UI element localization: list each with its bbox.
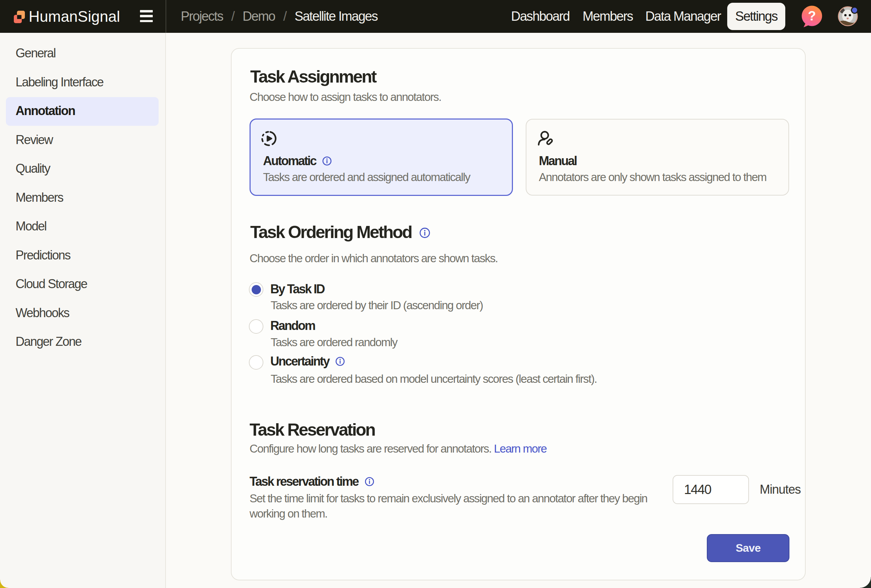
svg-text:?: ?: [808, 9, 816, 23]
